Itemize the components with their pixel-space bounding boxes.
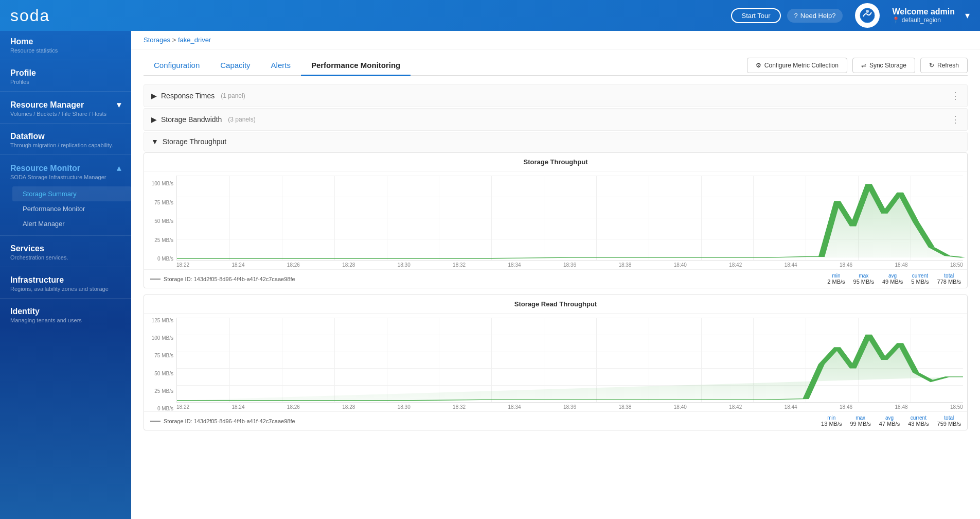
throughput-chart-body: 18:22 18:24 18:26 18:28 18:30 18:32 18:3…: [176, 176, 963, 269]
sidebar-home-subtitle: Resource statistics: [10, 47, 121, 54]
chart-read-throughput-title: Storage Read Throughput: [144, 295, 967, 314]
tab-configuration[interactable]: Configuration: [144, 56, 210, 76]
sidebar-item-alert-manager[interactable]: Alert Manager: [12, 216, 131, 231]
read-throughput-footer: Storage ID: 143d2f05-8d96-4f4b-a41f-42c7…: [144, 411, 967, 430]
app-body: Home Resource statistics Profile Profile…: [0, 31, 980, 519]
sidebar-item-home[interactable]: Home Resource statistics: [0, 31, 131, 58]
ry-label-25: 25 MB/s: [148, 388, 173, 394]
stat-total: total 778 MB/s: [937, 273, 961, 285]
ry-label-100: 100 MB/s: [148, 335, 173, 341]
y-label-100: 100 MB/s: [148, 181, 173, 186]
user-region: 📍 default_region: [892, 16, 955, 24]
storage-throughput-label: Storage Throughput: [163, 137, 226, 146]
sidebar-home-title: Home: [10, 37, 121, 46]
sidebar-item-profile[interactable]: Profile Profiles: [0, 62, 131, 89]
read-throughput-legend-label: Storage ID: 143d2f05-8d96-4f4b-a41f-42c7…: [164, 418, 295, 424]
sidebar-item-resource-monitor[interactable]: Resource Monitor ▴ SODA Storage Infrastr…: [0, 157, 131, 184]
read-stat-total: total 759 MB/s: [937, 415, 961, 427]
app-header: soda Start Tour ? Need Help? Welcome adm…: [0, 0, 980, 31]
refresh-button[interactable]: ↻ Refresh: [920, 58, 968, 73]
sidebar-profile-subtitle: Profiles: [10, 79, 121, 85]
sync-storage-button[interactable]: ⇌ Sync Storage: [852, 58, 915, 73]
throughput-legend: Storage ID: 143d2f05-8d96-4f4b-a41f-42c7…: [150, 276, 295, 282]
gear-icon: ⚙: [756, 62, 761, 69]
sidebar-infra-title: Infrastructure: [10, 275, 121, 285]
need-help-button[interactable]: ? Need Help?: [787, 9, 843, 23]
ry-label-75: 75 MB/s: [148, 353, 173, 358]
rm-chevron-icon: ▾: [117, 100, 121, 110]
read-throughput-stats: min 13 MB/s max 99 MB/s avg 47 MB/s: [821, 415, 961, 427]
y-label-25: 25 MB/s: [148, 237, 173, 243]
sidebar-rmon-title: Resource Monitor ▴: [10, 163, 121, 173]
sidebar-item-services[interactable]: Services Orchestration services.: [0, 238, 131, 265]
welcome-text: Welcome admin: [892, 7, 955, 16]
stat-current: current 5 MB/s: [911, 273, 929, 285]
throughput-legend-label: Storage ID: 143d2f05-8d96-4f4b-a41f-42c7…: [164, 276, 295, 282]
sidebar-item-performance-monitor[interactable]: Performance Monitor: [12, 201, 131, 216]
read-stat-max: max 99 MB/s: [850, 415, 870, 427]
question-icon: ?: [794, 12, 798, 20]
sidebar-df-subtitle: Through migration / replication capabili…: [10, 142, 121, 148]
sidebar-rm-subtitle: Volumes / Buckets / File Share / Hosts: [10, 111, 121, 117]
sidebar-item-resource-manager[interactable]: Resource Manager ▾ Volumes / Buckets / F…: [0, 94, 131, 121]
y-label-0: 0 MB/s: [148, 256, 173, 262]
sidebar-rm-title: Resource Manager ▾: [10, 100, 121, 110]
accordion-storage-throughput: ▼ Storage Throughput Storage Throughput …: [144, 132, 968, 430]
storage-bandwidth-label: Storage Bandwidth: [161, 115, 222, 124]
legend-dash: [150, 279, 161, 280]
tab-performance-monitoring[interactable]: Performance Monitoring: [301, 56, 411, 76]
chart-throughput-title: Storage Throughput: [144, 153, 967, 171]
sidebar-item-infrastructure[interactable]: Infrastructure Regions, availability zon…: [0, 269, 131, 296]
response-times-dots-menu[interactable]: ⋮: [951, 90, 960, 101]
sidebar-item-dataflow[interactable]: Dataflow Through migration / replication…: [0, 126, 131, 152]
sidebar-item-identity[interactable]: Identity Managing tenants and users: [0, 301, 131, 327]
stat-avg: avg 49 MB/s: [882, 273, 903, 285]
accordion-storage-throughput-header[interactable]: ▼ Storage Throughput: [144, 132, 968, 151]
soda-foundation-logo: [855, 3, 880, 28]
start-tour-button[interactable]: Start Tour: [731, 8, 780, 23]
sidebar-profile-title: Profile: [10, 68, 121, 78]
stat-max: max 95 MB/s: [853, 273, 874, 285]
throughput-y-axis: 100 MB/s 75 MB/s 50 MB/s 25 MB/s 0 MB/s: [148, 181, 176, 262]
throughput-x-labels: 18:22 18:24 18:26 18:28 18:30 18:32 18:3…: [176, 261, 963, 269]
sync-icon: ⇌: [861, 62, 866, 69]
storage-bandwidth-dots-menu[interactable]: ⋮: [951, 114, 960, 125]
read-throughput-y-axis: 125 MB/s 100 MB/s 75 MB/s 50 MB/s 25 MB/…: [148, 318, 176, 411]
sidebar-item-storage-summary[interactable]: Storage Summary: [12, 186, 131, 201]
y-label-50: 50 MB/s: [148, 218, 173, 224]
accordion-response-times-header[interactable]: ▶ Response Times (1 panel) ⋮: [144, 84, 968, 107]
location-icon: 📍: [892, 16, 900, 24]
configure-metric-button[interactable]: ⚙ Configure Metric Collection: [747, 58, 847, 73]
sidebar-svc-title: Services: [10, 244, 121, 253]
breadcrumb-storages[interactable]: Storages: [144, 36, 170, 44]
throughput-footer: Storage ID: 143d2f05-8d96-4f4b-a41f-42c7…: [144, 269, 967, 288]
main-content: Storages > fake_driver Configuration Cap…: [131, 31, 980, 519]
collapse-icon-bw: ▶: [151, 115, 157, 124]
user-menu-chevron[interactable]: ▾: [965, 10, 970, 21]
ry-label-125: 125 MB/s: [148, 318, 173, 323]
header-actions: Start Tour ? Need Help? Welcome admin 📍 …: [731, 3, 970, 28]
breadcrumb-fake-driver[interactable]: fake_driver: [178, 36, 211, 44]
sidebar-svc-subtitle: Orchestration services.: [10, 254, 121, 261]
storage-bandwidth-count: (3 panels): [228, 116, 255, 123]
read-throughput-grid: [176, 318, 963, 403]
accordion-response-times: ▶ Response Times (1 panel) ⋮: [144, 84, 968, 107]
read-stat-avg: avg 47 MB/s: [879, 415, 900, 427]
page-tabs: Configuration Capacity Alerts Performanc…: [144, 56, 411, 75]
tab-alerts[interactable]: Alerts: [261, 56, 301, 76]
read-throughput-chart-svg: [177, 318, 963, 402]
read-throughput-x-labels: 18:22 18:24 18:26 18:28 18:30 18:32 18:3…: [176, 403, 963, 411]
ry-label-0: 0 MB/s: [148, 406, 173, 411]
read-stat-min: min 13 MB/s: [821, 415, 842, 427]
sidebar-id-title: Identity: [10, 307, 121, 316]
sidebar-infra-subtitle: Regions, availability zones and storage: [10, 286, 121, 292]
resource-monitor-submenu: Storage Summary Performance Monitor Aler…: [0, 184, 131, 233]
accordion-storage-bandwidth: ▶ Storage Bandwidth (3 panels) ⋮: [144, 108, 968, 131]
response-times-count: (1 panel): [221, 92, 245, 99]
tab-capacity[interactable]: Capacity: [210, 56, 260, 76]
refresh-icon: ↻: [929, 62, 934, 69]
expand-icon-tp: ▼: [151, 137, 158, 146]
accordion-storage-bandwidth-header[interactable]: ▶ Storage Bandwidth (3 panels) ⋮: [144, 108, 968, 131]
sidebar: Home Resource statistics Profile Profile…: [0, 31, 131, 519]
user-info: Welcome admin 📍 default_region: [892, 7, 955, 24]
